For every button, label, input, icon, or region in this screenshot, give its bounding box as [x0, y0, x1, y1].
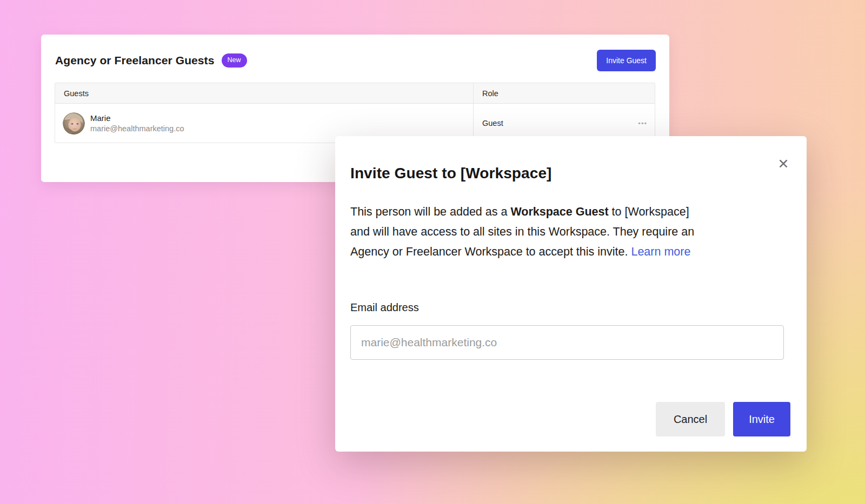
cancel-button[interactable]: Cancel	[656, 402, 725, 436]
email-label: Email address	[350, 301, 419, 314]
invite-button[interactable]: Invite	[733, 402, 790, 436]
role-value: Guest	[482, 119, 503, 127]
role-header-label: Role	[482, 89, 498, 98]
modal-title: Invite Guest to [Workspace]	[350, 165, 551, 182]
role-column-header: Role	[473, 83, 655, 103]
email-input[interactable]	[350, 325, 784, 360]
guests-column-header: Guests	[55, 83, 473, 103]
guests-panel-header: Agency or Freelancer Guests New Invite G…	[55, 49, 656, 72]
description-text: and will have access to all sites in thi…	[350, 225, 694, 238]
guests-header-label: Guests	[64, 89, 89, 98]
description-text: Agency or Freelancer Workspace to accept…	[350, 245, 631, 258]
invite-guest-button[interactable]: Invite Guest	[597, 50, 656, 71]
description-bold-text: Workspace Guest	[510, 205, 608, 218]
row-menu-ellipsis-icon[interactable]: •••	[638, 119, 647, 127]
modal-description: This person will be added as a Workspace…	[350, 202, 783, 262]
guests-table: Guests Role	[55, 83, 655, 143]
page-title: Agency or Freelancer Guests	[55, 54, 215, 67]
guests-table-header: Guests Role	[55, 83, 655, 104]
guest-email: marie@healthmarketing.co	[90, 124, 184, 133]
modal-actions: Cancel Invite	[656, 402, 790, 436]
learn-more-link[interactable]: Learn more	[631, 245, 690, 258]
close-icon[interactable]: ✕	[775, 155, 792, 172]
description-text: to [Workspace]	[609, 205, 689, 218]
new-badge: New	[222, 53, 247, 68]
avatar	[63, 112, 85, 135]
guest-identity: Marie marie@healthmarketing.co	[90, 113, 184, 133]
description-text: This person will be added as a	[350, 205, 510, 218]
invite-guest-modal: Invite Guest to [Workspace] ✕ This perso…	[335, 136, 807, 452]
guest-name: Marie	[90, 113, 184, 123]
desktop-background: Agency or Freelancer Guests New Invite G…	[0, 0, 865, 504]
